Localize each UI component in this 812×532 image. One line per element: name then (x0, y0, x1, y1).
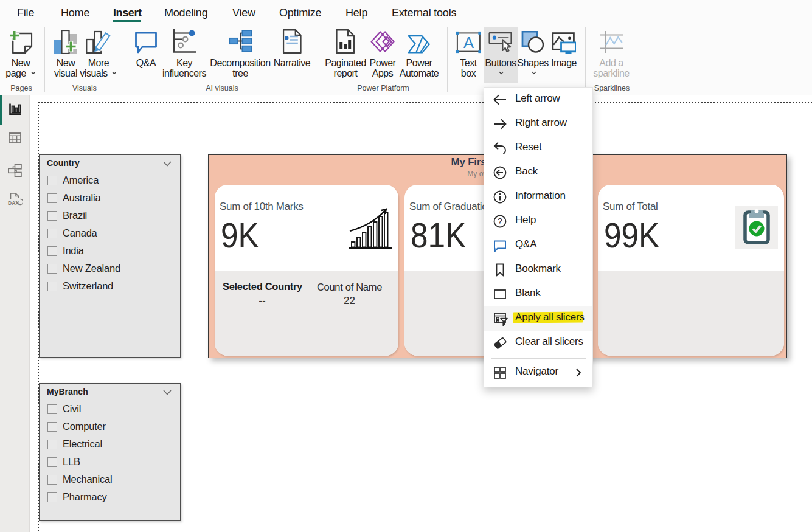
svg-text:?: ? (498, 216, 502, 226)
svg-text:A: A (463, 34, 474, 51)
